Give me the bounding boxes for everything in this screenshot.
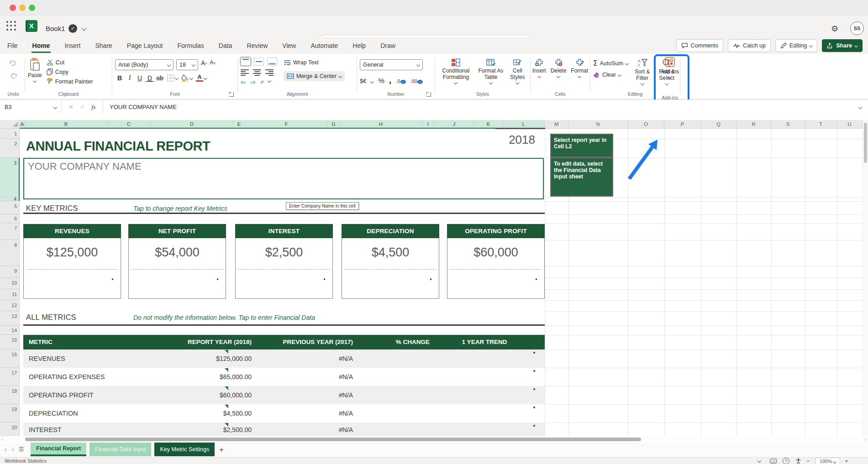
all-metrics-heading[interactable]: ALL METRICS	[26, 313, 76, 322]
number-format-select[interactable]: General	[360, 59, 423, 70]
scroll-left-icon[interactable]: ‹	[2, 437, 3, 442]
column-header-U[interactable]: U	[837, 120, 863, 129]
metric-card[interactable]: DEPRECIATION$4,500	[342, 224, 439, 299]
shrink-font-button[interactable]: Av	[210, 59, 216, 70]
comma-style-button[interactable]: ,	[389, 75, 392, 85]
saved-status-icon[interactable]: ✓	[68, 24, 77, 33]
row-header-6[interactable]: 6	[0, 214, 20, 223]
grow-font-button[interactable]: A^	[201, 59, 207, 70]
increase-indent-icon[interactable]: >≡	[250, 79, 256, 85]
percent-style-button[interactable]: %	[378, 77, 384, 84]
menu-tab-file[interactable]: File	[6, 38, 19, 53]
strikethrough-button[interactable]: ab	[155, 74, 164, 82]
column-header-H[interactable]: H	[340, 120, 422, 129]
vertical-scrollbar-thumb[interactable]	[864, 123, 867, 163]
report-title-cell[interactable]: ANNUAL FINANCIAL REPORT	[26, 139, 210, 154]
sheet-tab-key-metric-settings[interactable]: Key Metric Settings	[154, 443, 215, 456]
bold-button[interactable]: B	[115, 74, 124, 82]
zoom-in-icon[interactable]: +	[845, 458, 848, 464]
vertical-scrollbar[interactable]	[863, 120, 868, 436]
clear-button[interactable]: Clear	[593, 72, 628, 78]
menu-tab-share[interactable]: Share	[94, 38, 113, 53]
column-header-J[interactable]: J	[434, 120, 474, 129]
merge-center-button[interactable]: Merge & Center	[284, 71, 345, 81]
table-row[interactable]: OPERATING PROFIT$60,000.00#N/A	[23, 386, 545, 404]
zoom-level-select[interactable]: 100%	[815, 458, 840, 464]
row-header-16[interactable]: 16	[0, 349, 20, 368]
all-sheets-icon[interactable]: ☰	[19, 446, 25, 453]
status-chevron-icon[interactable]	[758, 459, 761, 463]
column-header-C[interactable]: C	[107, 120, 151, 129]
currency-format-button[interactable]: $€	[360, 78, 366, 84]
fill-color-icon[interactable]	[181, 74, 189, 82]
menu-tab-review[interactable]: Review	[246, 38, 268, 53]
cell-styles-button[interactable]: Cell Styles	[508, 58, 527, 84]
row-header-17[interactable]: 17	[0, 368, 20, 386]
scroll-right-icon[interactable]: ›	[865, 437, 866, 442]
column-header-D[interactable]: D	[151, 120, 233, 129]
row-header-11[interactable]: 11	[0, 289, 20, 300]
row-header-1[interactable]: 1	[0, 129, 20, 139]
row-header-10[interactable]: 10	[0, 278, 20, 289]
share-button[interactable]: Share	[822, 39, 863, 52]
top-align-button[interactable]	[241, 57, 251, 66]
table-row[interactable]: DEPRECIATION$4,500.00#N/A	[23, 404, 545, 422]
confirm-entry-icon[interactable]: ✓	[80, 104, 85, 110]
redo-icon[interactable]	[9, 72, 17, 79]
maximize-traffic-light[interactable]	[29, 5, 35, 11]
select-all-corner[interactable]	[0, 120, 20, 129]
copy-button[interactable]: Copy	[47, 68, 93, 75]
row-header-20[interactable]: 20	[0, 422, 20, 437]
excel-logo-icon[interactable]: X	[26, 20, 37, 32]
row-header-9[interactable]: 9	[0, 266, 20, 278]
account-avatar[interactable]: SS	[850, 21, 864, 35]
prev-sheet-icon[interactable]: ‹	[5, 446, 6, 453]
menu-tab-view[interactable]: View	[281, 38, 297, 53]
company-name-cell-selected[interactable]: YOUR COMPANY NAME	[23, 158, 544, 199]
menu-tab-draw[interactable]: Draw	[379, 38, 396, 53]
sort-filter-button[interactable]: AZ Sort & Filter	[632, 58, 653, 85]
column-header-T[interactable]: T	[805, 120, 837, 129]
menu-tab-data[interactable]: Data	[218, 38, 233, 53]
keyboard-icon[interactable]	[770, 459, 777, 464]
editing-mode-button[interactable]: Editing	[775, 39, 817, 52]
fx-icon[interactable]: fx	[91, 104, 95, 111]
metric-card[interactable]: REVENUES$125,000	[23, 224, 121, 299]
font-color-icon[interactable]: A	[196, 74, 203, 82]
all-metrics-note[interactable]: Do not modify the information below. Tap…	[133, 314, 315, 321]
undo-icon[interactable]	[9, 59, 17, 67]
menu-tab-page-layout[interactable]: Page Layout	[126, 38, 164, 53]
comments-button[interactable]: Comments	[676, 39, 723, 52]
report-year-cell[interactable]: 2018	[475, 133, 535, 147]
decrease-decimal-button[interactable]: .0←	[396, 78, 405, 84]
insert-cells-button[interactable]: Insert	[532, 58, 546, 78]
format-cells-button[interactable]: Format	[571, 58, 588, 78]
table-row[interactable]: INTEREST$2,500.00#N/A	[23, 422, 545, 437]
row-header-2[interactable]: 2	[0, 139, 20, 158]
app-launcher-icon[interactable]	[6, 21, 16, 31]
table-row[interactable]: REVENUES$125,000.00#N/A	[23, 349, 545, 368]
accessibility-icon[interactable]	[795, 458, 801, 464]
font-size-select[interactable]: 18	[176, 59, 198, 70]
row-header-7[interactable]: 7	[0, 223, 20, 240]
workbook-title[interactable]: Book1	[46, 25, 65, 32]
menu-tab-automate[interactable]: Automate	[310, 38, 339, 53]
table-row[interactable]: OPERATING EXPENSES$65,000.00#N/A	[23, 368, 545, 386]
middle-align-button[interactable]	[254, 57, 264, 66]
column-header-G[interactable]: G	[328, 120, 340, 129]
horizontal-scrollbar-thumb[interactable]	[25, 438, 641, 441]
help-icon[interactable]: ?	[783, 458, 789, 464]
column-header-M[interactable]: M	[545, 120, 568, 129]
borders-icon[interactable]	[167, 74, 174, 82]
metric-card[interactable]: OPERATING PROFIT$60,000	[447, 224, 545, 299]
row-header-5[interactable]: 5	[0, 201, 20, 214]
double-underline-button[interactable]: D	[145, 75, 154, 82]
format-painter-button[interactable]: Format Painter	[47, 78, 93, 85]
wrap-text-button[interactable]: Wrap Text	[284, 59, 345, 66]
close-traffic-light[interactable]	[10, 5, 16, 11]
column-header-F[interactable]: F	[245, 120, 328, 129]
cut-button[interactable]: Cut	[47, 59, 93, 66]
minimize-traffic-light[interactable]	[19, 5, 26, 11]
italic-button[interactable]: I	[125, 74, 134, 82]
paste-button[interactable]: Paste	[28, 57, 42, 85]
